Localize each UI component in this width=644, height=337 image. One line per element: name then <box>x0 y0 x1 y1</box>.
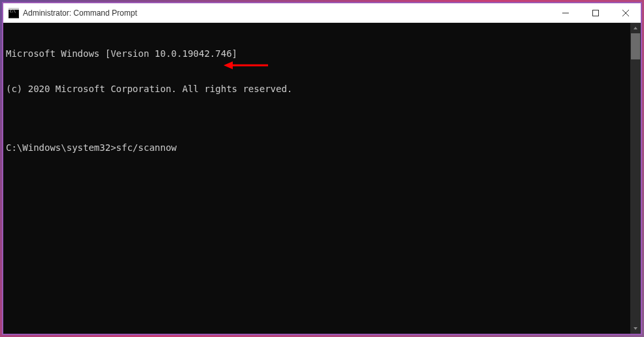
cmd-icon: C:\ <box>8 8 19 18</box>
svg-marker-11 <box>634 327 637 330</box>
console-area: Microsoft Windows [Version 10.0.19042.74… <box>3 23 641 334</box>
scroll-thumb[interactable] <box>631 33 640 59</box>
minimize-button[interactable] <box>551 3 581 22</box>
maximize-button[interactable] <box>581 3 611 22</box>
close-button[interactable] <box>611 3 641 22</box>
window-title: Administrator: Command Prompt <box>23 8 551 18</box>
titlebar[interactable]: C:\ Administrator: Command Prompt <box>3 3 641 23</box>
console-line: (c) 2020 Microsoft Corporation. All righ… <box>6 83 628 95</box>
scroll-track[interactable] <box>630 33 641 323</box>
console-output[interactable]: Microsoft Windows [Version 10.0.19042.74… <box>3 23 630 334</box>
console-prompt-line: C:\Windows\system32>sfc/scannow <box>6 142 628 153</box>
window-controls <box>551 3 641 22</box>
scroll-up-button[interactable] <box>630 23 641 33</box>
typed-command: sfc/scannow <box>116 142 177 153</box>
svg-marker-9 <box>224 61 233 69</box>
console-line: Microsoft Windows [Version 10.0.19042.74… <box>6 48 628 59</box>
vertical-scrollbar[interactable] <box>630 23 641 334</box>
svg-marker-10 <box>634 27 637 29</box>
scroll-down-button[interactable] <box>630 323 641 334</box>
svg-rect-5 <box>593 10 599 16</box>
command-prompt-window: C:\ Administrator: Command Prompt Micros… <box>2 2 642 335</box>
prompt-path: C:\Windows\system32> <box>6 142 116 153</box>
svg-rect-3 <box>8 8 19 10</box>
